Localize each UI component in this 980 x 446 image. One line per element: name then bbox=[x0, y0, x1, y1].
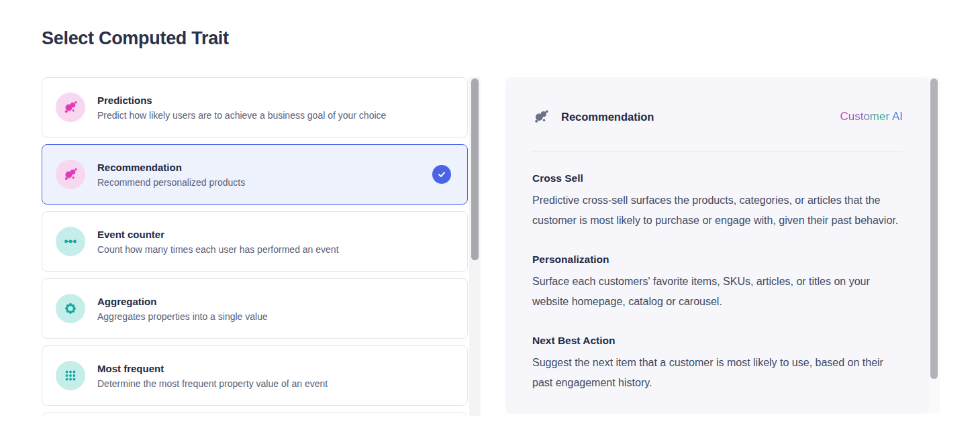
detail-header: Recommendation Customer AI bbox=[532, 108, 903, 125]
dots-ring-icon bbox=[56, 294, 85, 323]
detail-panel-scrollbar-thumb[interactable] bbox=[930, 78, 938, 379]
trait-title: Event counter bbox=[97, 229, 339, 240]
section-body: Suggest the next item that a customer is… bbox=[532, 353, 903, 393]
trait-option-event-counter[interactable]: Event counter Count how many times each … bbox=[42, 211, 468, 272]
section-body: Predictive cross-sell surfaces the produ… bbox=[532, 190, 903, 231]
trait-title: Aggregation bbox=[97, 296, 268, 307]
customer-ai-badge: Customer AI bbox=[840, 110, 903, 123]
section-personalization: Personalization Surface each customers' … bbox=[532, 254, 903, 312]
recommendation-blob-icon bbox=[532, 108, 550, 125]
section-body: Surface each customers' favorite items, … bbox=[532, 272, 903, 312]
section-heading: Personalization bbox=[532, 254, 903, 266]
detail-panel: Recommendation Customer AI Cross Sell Pr… bbox=[505, 77, 930, 414]
trait-description: Count how many times each user has perfo… bbox=[97, 244, 339, 255]
trait-list: Predictions Predict how likely users are… bbox=[42, 77, 469, 416]
selected-check-icon bbox=[432, 165, 451, 184]
trait-option-partial[interactable] bbox=[42, 412, 468, 416]
dots-grid-icon bbox=[56, 361, 85, 390]
dots-row-icon bbox=[56, 227, 85, 256]
trait-description: Aggregates properties into a single valu… bbox=[97, 311, 268, 322]
trait-title: Recommendation bbox=[97, 162, 245, 173]
trait-list-scrollbar-thumb[interactable] bbox=[471, 78, 479, 260]
trait-description: Determine the most frequent property val… bbox=[97, 378, 328, 389]
trait-title: Predictions bbox=[97, 95, 386, 106]
trait-title: Most frequent bbox=[97, 363, 328, 374]
recommendation-blob-icon bbox=[56, 160, 85, 189]
page-title: Select Computed Trait bbox=[42, 28, 229, 49]
section-cross-sell: Cross Sell Predictive cross-sell surface… bbox=[532, 172, 903, 231]
trait-description: Predict how likely users are to achieve … bbox=[97, 110, 386, 121]
trait-option-recommendation[interactable]: Recommendation Recommend personalized pr… bbox=[42, 144, 468, 205]
trait-option-most-frequent[interactable]: Most frequent Determine the most frequen… bbox=[42, 345, 468, 406]
section-heading: Next Best Action bbox=[532, 335, 903, 347]
divider bbox=[532, 152, 903, 152]
section-next-best-action: Next Best Action Suggest the next item t… bbox=[532, 335, 903, 393]
predictions-blob-icon bbox=[56, 93, 85, 122]
trait-option-predictions[interactable]: Predictions Predict how likely users are… bbox=[42, 77, 468, 137]
section-heading: Cross Sell bbox=[532, 172, 903, 184]
trait-option-aggregation[interactable]: Aggregation Aggregates properties into a… bbox=[42, 278, 468, 339]
trait-description: Recommend personalized products bbox=[97, 177, 245, 188]
detail-title: Recommendation bbox=[561, 111, 654, 123]
